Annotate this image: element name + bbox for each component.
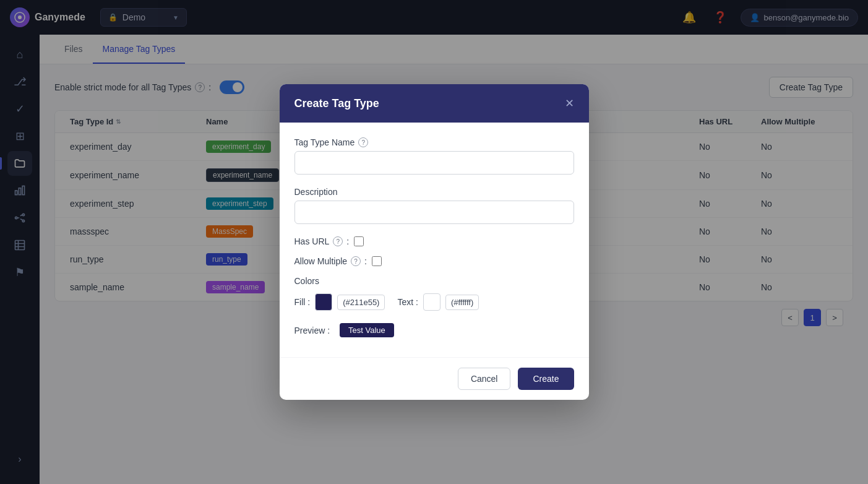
description-input[interactable]	[294, 201, 574, 224]
text-color-value: (#ffffff)	[445, 295, 479, 310]
has-url-label: Has URL ? :	[294, 236, 350, 246]
has-url-checkbox[interactable]	[354, 236, 364, 246]
allow-multiple-help-icon[interactable]: ?	[351, 256, 361, 266]
colors-row: Fill : (#211e55) Text : (#ffffff)	[294, 293, 574, 311]
tag-type-name-input[interactable]	[294, 151, 574, 175]
description-label: Description	[294, 187, 574, 197]
preview-chip: Test Value	[340, 323, 394, 337]
modal-body: Tag Type Name ? Description Has URL ? :	[280, 123, 589, 357]
modal-header: Create Tag Type ✕	[280, 84, 589, 123]
modal-overlay[interactable]: Create Tag Type ✕ Tag Type Name ? Descri…	[0, 0, 868, 484]
modal-title: Create Tag Type	[294, 97, 379, 110]
has-url-row: Has URL ? :	[294, 236, 574, 246]
modal-close-button[interactable]: ✕	[565, 97, 574, 110]
fill-color-value: (#211e55)	[337, 295, 385, 310]
colors-title: Colors	[294, 276, 574, 286]
fill-color-field: Fill : (#211e55)	[294, 293, 385, 311]
colors-section: Colors Fill : (#211e55) Text : (#ffffff)	[294, 276, 574, 311]
text-color-swatch[interactable]	[423, 293, 440, 311]
modal-footer: Cancel Create	[280, 357, 589, 400]
preview-label: Preview :	[294, 326, 330, 335]
allow-multiple-checkbox[interactable]	[372, 256, 382, 266]
create-button[interactable]: Create	[518, 368, 574, 390]
allow-multiple-row: Allow Multiple ? :	[294, 256, 574, 266]
tag-type-name-label: Tag Type Name ?	[294, 137, 574, 147]
tag-type-name-help-icon[interactable]: ?	[358, 137, 368, 147]
fill-color-swatch[interactable]	[315, 293, 332, 311]
text-color-field: Text : (#ffffff)	[397, 293, 479, 311]
tag-type-name-group: Tag Type Name ?	[294, 137, 574, 175]
preview-row: Preview : Test Value	[294, 323, 574, 337]
create-tag-type-modal: Create Tag Type ✕ Tag Type Name ? Descri…	[280, 84, 589, 400]
allow-multiple-label: Allow Multiple ? :	[294, 256, 367, 266]
has-url-help-icon[interactable]: ?	[333, 236, 343, 246]
fill-label: Fill :	[294, 297, 311, 307]
description-group: Description	[294, 187, 574, 224]
text-label: Text :	[397, 297, 418, 307]
cancel-button[interactable]: Cancel	[458, 368, 511, 390]
